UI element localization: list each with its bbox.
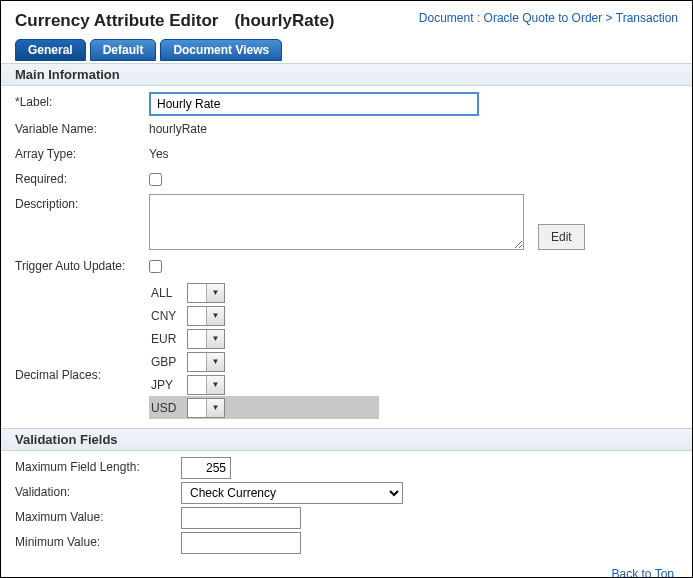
currency-code: CNY — [149, 309, 177, 323]
breadcrumb-link-transaction[interactable]: Transaction — [616, 11, 678, 25]
currency-code: JPY — [149, 378, 177, 392]
currency-decimal-select-jpy[interactable] — [187, 375, 225, 395]
decimal-places-list: ALL CNY EUR GBP JPY USD — [149, 281, 379, 419]
chevron-down-icon — [206, 399, 224, 417]
label-label: *Label: — [15, 92, 149, 109]
chevron-down-icon — [206, 353, 224, 371]
chevron-down-icon — [206, 330, 224, 348]
chevron-down-icon — [206, 376, 224, 394]
breadcrumb-prefix: Document : — [419, 11, 484, 25]
currency-row-jpy: JPY — [149, 373, 379, 396]
currency-code: EUR — [149, 332, 177, 346]
section-main-information: Main Information — [1, 63, 692, 86]
breadcrumb-link-quote[interactable]: Oracle Quote to Order — [484, 11, 603, 25]
currency-row-cny: CNY — [149, 304, 379, 327]
trigger-auto-update-checkbox[interactable] — [149, 260, 162, 273]
currency-code: ALL — [149, 286, 177, 300]
maximum-value-input[interactable] — [181, 507, 301, 529]
required-checkbox[interactable] — [149, 173, 162, 186]
tab-default[interactable]: Default — [90, 39, 157, 61]
decimal-places-label: Decimal Places: — [15, 318, 149, 382]
section-validation-fields: Validation Fields — [1, 428, 692, 451]
trigger-auto-update-label: Trigger Auto Update: — [15, 256, 149, 273]
currency-decimal-select-usd[interactable] — [187, 398, 225, 418]
minimum-value-label: Minimum Value: — [15, 532, 181, 549]
currency-row-usd[interactable]: USD — [149, 396, 379, 419]
breadcrumb: Document : Oracle Quote to Order > Trans… — [419, 11, 678, 25]
max-field-length-input[interactable] — [181, 457, 231, 479]
chevron-down-icon — [206, 307, 224, 325]
currency-row-all: ALL — [149, 281, 379, 304]
currency-row-eur: EUR — [149, 327, 379, 350]
required-label: Required: — [15, 169, 149, 186]
array-type-value: Yes — [149, 144, 169, 161]
validation-select[interactable]: Check Currency — [181, 482, 403, 504]
max-field-length-label: Maximum Field Length: — [15, 457, 181, 474]
currency-decimal-select-gbp[interactable] — [187, 352, 225, 372]
edit-button[interactable]: Edit — [538, 224, 585, 250]
tab-document-views[interactable]: Document Views — [160, 39, 282, 61]
currency-decimal-select-cny[interactable] — [187, 306, 225, 326]
validation-label: Validation: — [15, 482, 181, 499]
variable-name-value: hourlyRate — [149, 119, 207, 136]
page-subtitle: (hourlyRate) — [234, 11, 334, 31]
label-input[interactable] — [149, 92, 479, 116]
minimum-value-input[interactable] — [181, 532, 301, 554]
breadcrumb-sep: > — [602, 11, 615, 25]
variable-name-label: Variable Name: — [15, 119, 149, 136]
currency-decimal-select-eur[interactable] — [187, 329, 225, 349]
description-label: Description: — [15, 194, 149, 211]
chevron-down-icon — [206, 284, 224, 302]
currency-code: GBP — [149, 355, 177, 369]
maximum-value-label: Maximum Value: — [15, 507, 181, 524]
page-title: Currency Attribute Editor — [15, 11, 218, 31]
array-type-label: Array Type: — [15, 144, 149, 161]
currency-decimal-select-all[interactable] — [187, 283, 225, 303]
currency-code: USD — [149, 401, 177, 415]
back-to-top-link[interactable]: Back to Top — [612, 567, 674, 578]
currency-row-gbp: GBP — [149, 350, 379, 373]
tab-general[interactable]: General — [15, 39, 86, 61]
description-textarea[interactable] — [149, 194, 524, 250]
